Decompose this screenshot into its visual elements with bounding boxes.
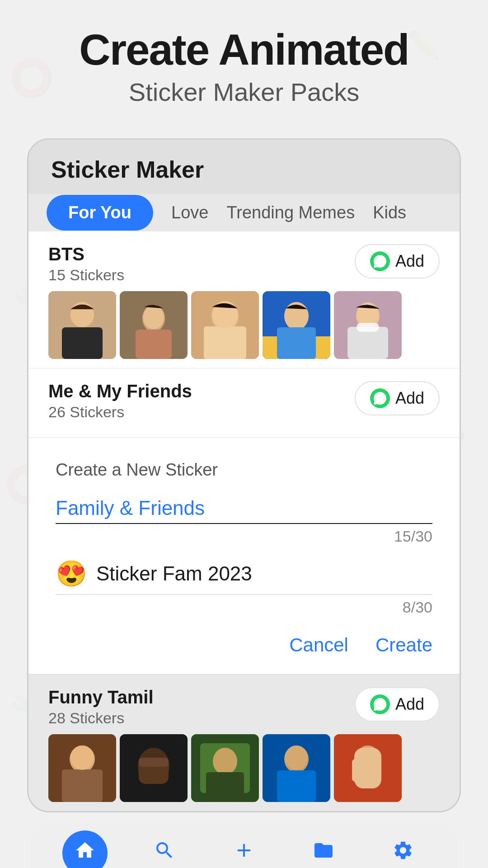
- add-button-bts[interactable]: Add: [355, 244, 440, 278]
- home-icon: [74, 840, 96, 866]
- sticker-pack-name-input-group: 15/30: [56, 493, 432, 545]
- search-icon: [154, 840, 175, 866]
- sticker-thumb-tamil-5[interactable]: [334, 734, 402, 802]
- input-with-emoji: 😍: [56, 559, 432, 595]
- svg-point-39: [213, 748, 237, 775]
- pack-info-tamil: Funny Tamil 28 Stickers: [48, 687, 154, 727]
- sticker-thumb-bts-4[interactable]: [263, 291, 330, 359]
- create-modal-title: Create a New Sticker: [56, 460, 432, 480]
- svg-point-15: [143, 306, 164, 329]
- sticker-pack-header-tamil: Funny Tamil 28 Stickers Add: [48, 687, 440, 727]
- add-button-friends[interactable]: Add: [355, 381, 440, 415]
- sticker-thumb-tamil-3[interactable]: [191, 734, 259, 802]
- sticker-thumb-bts-1[interactable]: [48, 291, 116, 359]
- svg-rect-31: [62, 769, 103, 802]
- nav-folder[interactable]: [301, 830, 346, 868]
- main-title: Create Animated: [36, 27, 452, 73]
- tab-love[interactable]: Love: [171, 194, 208, 231]
- nav-home[interactable]: [62, 830, 108, 868]
- bottom-navigation: [27, 821, 461, 868]
- pack-name-tamil: Funny Tamil: [48, 687, 154, 708]
- pack-count-bts: 15 Stickers: [48, 266, 124, 284]
- sticker-pack-bts: BTS 15 Stickers Add: [28, 231, 460, 368]
- create-modal: Create a New Sticker 15/30 😍 8/30 Cancel…: [28, 437, 460, 674]
- tab-trending-memes[interactable]: Trending Memes: [226, 194, 355, 231]
- svg-rect-43: [277, 770, 316, 802]
- phone-mock: Sticker Maker For You Love Trending Meme…: [27, 138, 461, 812]
- sticker-pack-header-bts: BTS 15 Stickers Add: [48, 244, 440, 284]
- sticker-images-bts: [48, 291, 440, 359]
- input-counter-1: 15/30: [56, 528, 432, 545]
- pack-name-bts: BTS: [48, 244, 124, 264]
- phone-header: Sticker Maker: [28, 140, 460, 194]
- cancel-button[interactable]: Cancel: [289, 634, 348, 656]
- sticker-thumb-tamil-4[interactable]: [263, 734, 330, 802]
- sticker-pack-emoji-name-input[interactable]: [96, 562, 432, 585]
- settings-icon: [392, 840, 414, 866]
- sticker-pack-friends: Me & My Friends 26 Stickers Add: [28, 368, 460, 437]
- add-icon: [233, 840, 255, 866]
- pack-info-friends: Me & My Friends 26 Stickers: [48, 381, 192, 421]
- sticker-pack-tamil: Funny Tamil 28 Stickers Add: [28, 674, 460, 811]
- whatsapp-icon-friends: [370, 388, 390, 408]
- sticker-thumb-bts-3[interactable]: [191, 291, 259, 359]
- svg-rect-23: [277, 327, 316, 359]
- svg-rect-40: [206, 772, 244, 802]
- svg-point-44: [285, 745, 308, 770]
- add-label-tamil: Add: [395, 695, 424, 714]
- nav-settings[interactable]: [380, 830, 426, 868]
- pack-count-friends: 26 Stickers: [48, 403, 192, 421]
- pack-emoji: 😍: [56, 559, 87, 589]
- create-button[interactable]: Create: [375, 634, 432, 656]
- svg-rect-10: [62, 327, 103, 359]
- input-counter-2: 8/30: [56, 599, 432, 616]
- sticker-pack-header-friends: Me & My Friends 26 Stickers Add: [48, 381, 440, 421]
- svg-rect-14: [136, 330, 172, 359]
- sticker-pack-emoji-input-group: 😍 8/30: [56, 559, 432, 616]
- sticker-images-tamil: [48, 734, 440, 802]
- pack-name-friends: Me & My Friends: [48, 381, 192, 401]
- sticker-thumb-tamil-2[interactable]: [120, 734, 188, 802]
- add-label-friends: Add: [395, 389, 424, 408]
- phone-app-title: Sticker Maker: [51, 156, 437, 183]
- folder-icon: [313, 840, 334, 866]
- whatsapp-icon-bts: [370, 251, 390, 271]
- nav-add[interactable]: [221, 830, 267, 868]
- svg-rect-48: [352, 759, 359, 782]
- tab-kids[interactable]: Kids: [373, 194, 406, 231]
- tab-for-you[interactable]: For You: [47, 195, 153, 231]
- svg-rect-36: [139, 758, 169, 767]
- sticker-thumb-tamil-1[interactable]: [48, 734, 116, 802]
- tab-bar: For You Love Trending Memes Kids: [28, 194, 460, 231]
- sticker-pack-name-input[interactable]: [56, 493, 432, 524]
- add-button-tamil[interactable]: Add: [355, 687, 440, 722]
- sub-title: Sticker Maker Packs: [36, 77, 452, 107]
- nav-search[interactable]: [142, 830, 187, 868]
- add-label-bts: Add: [395, 252, 424, 271]
- sticker-thumb-bts-5[interactable]: [334, 291, 402, 359]
- svg-point-32: [70, 745, 94, 770]
- whatsapp-icon-tamil: [370, 694, 390, 714]
- sticker-thumb-bts-2[interactable]: [120, 291, 188, 359]
- svg-rect-18: [204, 326, 246, 359]
- pack-info-bts: BTS 15 Stickers: [48, 244, 124, 284]
- header-section: Create Animated Sticker Maker Packs: [0, 0, 488, 125]
- svg-rect-28: [357, 323, 379, 332]
- pack-count-tamil: 28 Stickers: [48, 709, 154, 727]
- modal-actions: Cancel Create: [56, 634, 432, 656]
